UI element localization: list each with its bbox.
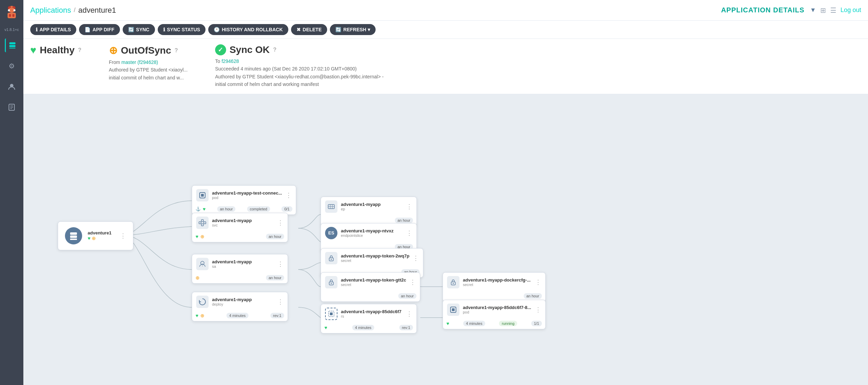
pod-test-type: pod	[212, 196, 282, 200]
secret-token2-type: secret	[341, 283, 406, 287]
secret-token1-menu-icon[interactable]: ⋮	[413, 254, 419, 262]
to-label: To	[215, 58, 220, 64]
outofsync-label: OutOfSync	[121, 45, 171, 56]
svg-rect-17	[70, 232, 77, 235]
sa-name: adventure1-myapp	[212, 259, 274, 264]
deploy-time-tag: 4 minutes	[226, 313, 248, 318]
ep-header: adventure1-myapp ep ⋮	[321, 197, 416, 216]
pod-test-menu-icon[interactable]: ⋮	[286, 191, 292, 199]
svg-rect-19	[70, 239, 77, 240]
pod-main-info: adventure1-myapp-85ddc6f7-8... pod	[463, 305, 532, 314]
history-rollback-button[interactable]: 🕐 HISTORY AND ROLLBACK	[208, 24, 288, 35]
pod-test-heart-icon: ♥	[203, 206, 205, 212]
refresh-icon: 🔄	[335, 27, 341, 32]
svc-menu-icon[interactable]: ⋮	[277, 219, 283, 227]
rs-heart-icon: ♥	[324, 325, 327, 330]
logout-button[interactable]: Log out	[841, 7, 861, 14]
svc-footer: ♥ ⊕ an hour	[192, 232, 288, 242]
breadcrumb-applications[interactable]: Applications	[30, 6, 71, 15]
pod-main-time-tag: 4 minutes	[463, 321, 485, 326]
deploy-icon	[196, 296, 209, 308]
filter-icon[interactable]: ▼	[810, 7, 816, 14]
outofsync-help-icon[interactable]: ?	[175, 47, 178, 54]
grid-view-icon[interactable]: ⊞	[820, 6, 826, 14]
rs-node: adventure1-myapp-85ddc6f7 rs ⋮ ♥ 4 minut…	[321, 304, 417, 333]
sidebar-item-user[interactable]	[5, 80, 19, 94]
endpointslice-type: endpointslice	[341, 233, 403, 238]
pod-test-header: adventure1-myapp-test-connec... pod ⋮	[192, 186, 296, 205]
sa-node: adventure1-myapp sa ⋮ ⊕ an hour	[192, 254, 288, 284]
syncok-help-icon[interactable]: ?	[273, 47, 277, 53]
secret-docker-name: adventure1-myapp-dockercfg-...	[463, 277, 532, 283]
svc-time-tag: an hour	[266, 234, 284, 239]
breadcrumb-current: adventure1	[78, 6, 116, 15]
svg-rect-24	[204, 222, 206, 224]
ep-menu-icon[interactable]: ⋮	[406, 203, 412, 210]
syncok-label: Sync OK	[230, 44, 270, 55]
healthy-help-icon[interactable]: ?	[78, 47, 81, 53]
sync-button[interactable]: 🔄 SYNC	[123, 24, 155, 35]
svg-rect-21	[201, 194, 204, 197]
healthy-label: Healthy	[40, 45, 75, 56]
app-details-title: APPLICATION DETAILS	[721, 6, 804, 14]
ep-icon	[325, 200, 337, 213]
refresh-button[interactable]: 🔄 REFRESH ▾	[330, 24, 376, 35]
outofsync-title: ⊕ OutOfSync ?	[109, 44, 188, 56]
root-node-icon	[65, 227, 82, 244]
pod-test-count-tag: 0/1	[281, 206, 292, 212]
list-view-icon[interactable]: ☰	[830, 6, 836, 14]
root-node-name: adventure1	[88, 230, 114, 235]
diff-icon: 📄	[85, 27, 90, 32]
secret-token2-node: adventure1-myapp-token-gtt2c secret ⋮ an…	[321, 272, 420, 302]
rs-icon	[325, 308, 337, 320]
syncok-commit-msg: initial commit of helm chart and working…	[215, 81, 319, 87]
pod-main-menu-icon[interactable]: ⋮	[535, 306, 541, 314]
rs-footer: ♥ 4 minutes rev:1	[321, 323, 416, 333]
rs-name: adventure1-myapp-85ddc6f7	[341, 309, 403, 314]
rs-menu-icon[interactable]: ⋮	[406, 310, 412, 318]
breadcrumb: Applications / adventure1	[30, 6, 116, 15]
endpointslice-name: adventure1-myapp-ntvxz	[341, 228, 403, 233]
ep-info: adventure1-myapp ep	[341, 202, 403, 211]
sync-icon: 🔄	[128, 27, 134, 32]
svg-rect-22	[199, 222, 201, 224]
deploy-type: deploy	[212, 302, 274, 306]
pod-main-type: pod	[463, 310, 532, 314]
commit-link[interactable]: f294628	[222, 58, 239, 64]
secret-token1-name: adventure1-myapp-token-2wq7p	[341, 253, 409, 258]
deploy-menu-icon[interactable]: ⋮	[277, 298, 283, 306]
secret-token2-name: adventure1-myapp-token-gtt2c	[341, 277, 406, 283]
svg-rect-25	[201, 224, 203, 226]
root-menu-icon[interactable]: ⋮	[120, 232, 126, 240]
pod-test-name: adventure1-myapp-test-connec...	[212, 190, 282, 196]
sidebar-item-layers[interactable]	[5, 38, 19, 52]
delete-icon: ✖	[297, 27, 301, 32]
sidebar-item-settings[interactable]: ⚙	[5, 59, 19, 73]
endpointslice-menu-icon[interactable]: ⋮	[406, 229, 412, 237]
sync-status-button[interactable]: ℹ SYNC STATUS	[158, 24, 206, 35]
secret-token1-icon	[325, 252, 337, 264]
ep-type: ep	[341, 207, 403, 211]
root-node-info: adventure1 ♥ ⊕	[88, 230, 114, 241]
svg-point-42	[453, 283, 454, 284]
breadcrumb-separator: /	[74, 7, 76, 14]
sa-menu-icon[interactable]: ⋮	[277, 260, 283, 268]
rs-rev-tag: rev:1	[399, 325, 413, 330]
svg-rect-23	[201, 220, 203, 222]
branch-link[interactable]: master (f294628)	[121, 59, 158, 65]
svg-point-38	[331, 283, 332, 284]
secret-token2-menu-icon[interactable]: ⋮	[410, 278, 416, 286]
svc-header: adventure1-myapp svc ⋮	[192, 213, 288, 232]
secret-docker-menu-icon[interactable]: ⋮	[535, 278, 541, 286]
from-label: From	[109, 59, 120, 65]
rs-type: rs	[341, 314, 403, 318]
app-details-button[interactable]: ℹ APP DETAILS	[30, 24, 76, 35]
secret-docker-header: adventure1-myapp-dockercfg-... secret ⋮	[443, 273, 545, 292]
pod-test-info: adventure1-myapp-test-connec... pod	[212, 190, 282, 200]
deploy-node: adventure1-myapp deploy ⋮ ♥ ⊕ 4 minutes …	[192, 292, 288, 321]
delete-button[interactable]: ✖ DELETE	[291, 24, 327, 35]
endpointslice-header: ES adventure1-myapp-ntvxz endpointslice …	[321, 223, 416, 243]
app-diff-button[interactable]: 📄 APP DIFF	[79, 24, 120, 35]
pod-main-icon	[447, 304, 459, 316]
sidebar-item-docs[interactable]	[5, 100, 19, 114]
